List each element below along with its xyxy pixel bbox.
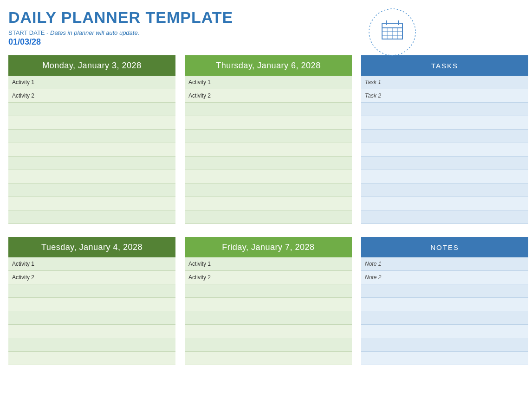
activity-cell[interactable]: [8, 116, 175, 130]
activity-cell[interactable]: [8, 311, 175, 325]
activity-cell[interactable]: [8, 352, 175, 365]
note-cell[interactable]: Note 1: [361, 257, 528, 271]
activity-cell[interactable]: [185, 197, 352, 210]
start-date-label: START DATE: [8, 29, 45, 36]
activity-cell[interactable]: [185, 210, 352, 224]
task-cell[interactable]: [361, 210, 528, 224]
task-cell[interactable]: [361, 157, 528, 170]
day-header: Thursday, January 6, 2028: [185, 55, 352, 76]
tasks-panel: TASKS Task 1 Task 2: [361, 55, 528, 224]
activity-cell[interactable]: [8, 184, 175, 197]
day-panel-tuesday: Tuesday, January 4, 2028 Activity 1 Acti…: [8, 237, 175, 365]
activity-cell[interactable]: [185, 311, 352, 325]
task-cell[interactable]: [361, 143, 528, 157]
start-date-value[interactable]: 01/03/28: [8, 37, 524, 47]
activity-cell[interactable]: [8, 284, 175, 298]
note-cell[interactable]: Note 2: [361, 271, 528, 284]
activity-cell[interactable]: [8, 170, 175, 184]
day-panel-friday: Friday, January 7, 2028 Activity 1 Activ…: [185, 237, 352, 365]
activity-cell[interactable]: [8, 143, 175, 157]
activity-cell[interactable]: [185, 184, 352, 197]
day-panel-thursday: Thursday, January 6, 2028 Activity 1 Act…: [185, 55, 352, 224]
task-cell[interactable]: [361, 197, 528, 210]
note-cell[interactable]: [361, 298, 528, 311]
activity-cell[interactable]: [8, 325, 175, 338]
task-cell[interactable]: [361, 170, 528, 184]
activity-cell[interactable]: Activity 2: [8, 89, 175, 103]
activity-cell[interactable]: Activity 1: [8, 257, 175, 271]
page-title: DAILY PLANNER TEMPLATE: [8, 8, 524, 26]
activity-cell[interactable]: [185, 157, 352, 170]
activity-cell[interactable]: [185, 103, 352, 116]
notes-panel: NOTES Note 1 Note 2: [361, 237, 528, 365]
task-cell[interactable]: Task 1: [361, 76, 528, 89]
activity-cell[interactable]: [8, 197, 175, 210]
activity-cell[interactable]: [8, 210, 175, 224]
activity-cell[interactable]: [8, 298, 175, 311]
activity-cell[interactable]: [8, 338, 175, 352]
activity-cell[interactable]: [8, 130, 175, 143]
task-cell[interactable]: [361, 103, 528, 116]
note-cell[interactable]: [361, 338, 528, 352]
notes-header: NOTES: [361, 237, 528, 257]
note-cell[interactable]: [361, 284, 528, 298]
activity-cell[interactable]: [185, 130, 352, 143]
day-header: Monday, January 3, 2028: [8, 55, 175, 76]
activity-cell[interactable]: [185, 338, 352, 352]
note-cell[interactable]: [361, 311, 528, 325]
activity-cell[interactable]: [185, 284, 352, 298]
calendar-icon: [367, 7, 418, 59]
note-cell[interactable]: [361, 325, 528, 338]
activity-cell[interactable]: [8, 103, 175, 116]
activity-cell[interactable]: [185, 298, 352, 311]
start-date-label-row: START DATE - Dates in planner will auto …: [8, 29, 524, 36]
note-cell[interactable]: [361, 352, 528, 365]
day-header: Friday, January 7, 2028: [185, 237, 352, 257]
activity-cell[interactable]: Activity 1: [185, 76, 352, 89]
activity-cell[interactable]: Activity 1: [8, 76, 175, 89]
task-cell[interactable]: [361, 184, 528, 197]
task-cell[interactable]: [361, 116, 528, 130]
day-header: Tuesday, January 4, 2028: [8, 237, 175, 257]
start-date-hint: - Dates in planner will auto update.: [45, 29, 140, 36]
activity-cell[interactable]: Activity 2: [185, 89, 352, 103]
activity-cell[interactable]: Activity 1: [185, 257, 352, 271]
day-panel-monday: Monday, January 3, 2028 Activity 1 Activ…: [8, 55, 175, 224]
activity-cell[interactable]: Activity 2: [185, 271, 352, 284]
task-cell[interactable]: [361, 130, 528, 143]
activity-cell[interactable]: [185, 143, 352, 157]
activity-cell[interactable]: [185, 325, 352, 338]
activity-cell[interactable]: [8, 157, 175, 170]
activity-cell[interactable]: [185, 170, 352, 184]
activity-cell[interactable]: Activity 2: [8, 271, 175, 284]
task-cell[interactable]: Task 2: [361, 89, 528, 103]
activity-cell[interactable]: [185, 352, 352, 365]
activity-cell[interactable]: [185, 116, 352, 130]
